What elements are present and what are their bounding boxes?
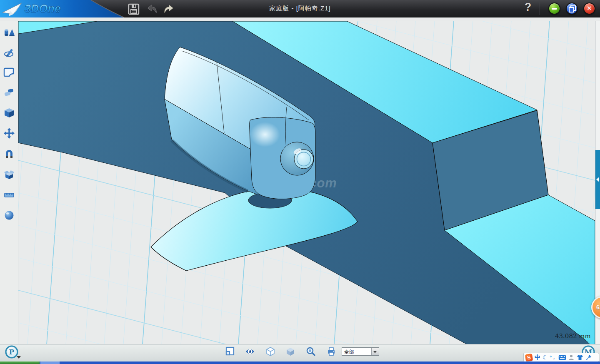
taskbar-item-sliver[interactable] [40, 362, 60, 364]
os-taskbar[interactable] [0, 362, 600, 364]
combine-box-icon[interactable] [3, 168, 15, 180]
plane-badge-dropdown-icon[interactable] [17, 356, 21, 359]
keyboard-icon[interactable] [558, 355, 566, 360]
titlebar-separator [540, 2, 540, 15]
score-value: 63 [596, 304, 600, 311]
sketch-surface-icon[interactable] [3, 66, 15, 78]
visibility-eye-icon[interactable] [245, 347, 255, 357]
ime-toolbar: S 中 ☾ °， [523, 353, 599, 362]
material-sphere-icon[interactable] [3, 209, 15, 221]
magnet-icon[interactable] [3, 148, 15, 160]
sogou-logo-icon[interactable]: S [525, 353, 533, 361]
minimize-button[interactable] [548, 2, 560, 15]
moon-icon[interactable]: ☾ [542, 353, 548, 362]
help-button[interactable]: ? [522, 1, 533, 15]
chinese-mode-icon[interactable]: 中 [535, 353, 540, 362]
start-button-sliver[interactable] [0, 362, 40, 364]
chevron-left-icon [596, 177, 599, 182]
chevron-down-icon [373, 351, 377, 353]
restore-button[interactable] [566, 2, 578, 15]
profile-icon[interactable] [568, 354, 575, 361]
primitive-solids-icon[interactable] [3, 26, 15, 38]
zoom-icon[interactable] [306, 347, 316, 357]
sketch-draw-icon[interactable] [3, 46, 15, 58]
filter-value: 全部 [342, 348, 371, 355]
close-icon: ✕ [584, 5, 595, 12]
move-icon[interactable] [3, 127, 15, 139]
minimize-icon [552, 8, 557, 10]
print-icon[interactable] [326, 347, 336, 357]
plane-display-icon[interactable] [225, 347, 235, 357]
feature-cube-icon[interactable] [3, 107, 15, 119]
left-toolbar [0, 21, 18, 344]
shaded-cube-icon[interactable] [285, 347, 295, 357]
wireframe-cube-icon[interactable] [265, 347, 275, 357]
plane-badge-letter: P [9, 348, 15, 356]
sweep-icon[interactable] [3, 87, 15, 98]
chrome-strip [0, 17, 600, 21]
combo-arrow-button[interactable] [371, 348, 379, 355]
model-viewport[interactable]: i3DOne.com 43.082 mm [18, 21, 595, 344]
window-title: 家庭版 - [阿帕奇.Z1] [0, 5, 600, 12]
punctuation-icon[interactable]: °， [550, 354, 556, 361]
measure-icon[interactable] [3, 189, 15, 200]
wrench-icon[interactable] [585, 354, 592, 361]
skin-shirt-icon[interactable] [577, 354, 583, 360]
close-button[interactable]: ✕ [583, 2, 595, 15]
title-bar: 3DOne 家庭版 - [阿帕奇.Z1] ? ✕ [0, 0, 600, 17]
3done-window: 3DOne 家庭版 - [阿帕奇.Z1] ? ✕ [0, 0, 600, 364]
expand-panel-tab[interactable] [595, 150, 600, 209]
dimension-label: 43.082 mm [555, 332, 591, 340]
display-filter-select[interactable]: 全部 [342, 347, 379, 356]
canopy-highlight [250, 122, 280, 147]
status-bar [0, 344, 600, 362]
